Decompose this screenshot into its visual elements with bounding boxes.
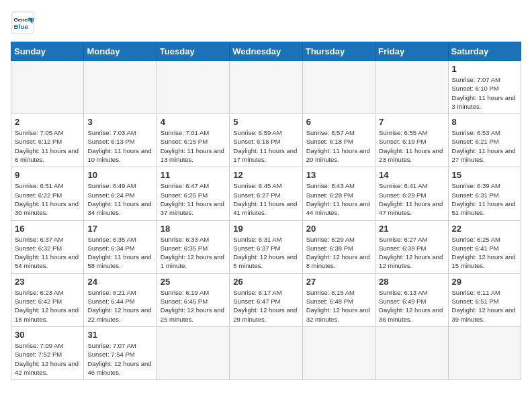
day-number: 26 <box>233 277 298 287</box>
calendar-day-4: 4Sunrise: 7:01 AM Sunset: 6:15 PM Daylig… <box>157 114 229 167</box>
day-number: 24 <box>87 277 152 287</box>
weekday-header-monday: Monday <box>84 42 157 61</box>
day-info: Sunrise: 7:09 AM Sunset: 7:52 PM Dayligh… <box>15 341 80 377</box>
day-info: Sunrise: 6:25 AM Sunset: 6:41 PM Dayligh… <box>452 235 517 271</box>
logo: General Blue <box>11 11 39 35</box>
day-info: Sunrise: 6:37 AM Sunset: 6:32 PM Dayligh… <box>15 235 80 271</box>
calendar-day-17: 17Sunrise: 6:35 AM Sunset: 6:34 PM Dayli… <box>84 220 157 273</box>
weekday-header-sunday: Sunday <box>11 42 84 61</box>
calendar-day-5: 5Sunrise: 6:59 AM Sunset: 6:16 PM Daylig… <box>230 114 302 167</box>
calendar-empty-cell <box>448 326 521 379</box>
calendar-day-22: 22Sunrise: 6:25 AM Sunset: 6:41 PM Dayli… <box>448 220 521 273</box>
day-info: Sunrise: 6:19 AM Sunset: 6:45 PM Dayligh… <box>161 288 226 324</box>
day-number: 9 <box>15 170 80 180</box>
day-number: 20 <box>306 224 371 234</box>
calendar-table: SundayMondayTuesdayWednesdayThursdayFrid… <box>11 42 521 380</box>
day-info: Sunrise: 6:47 AM Sunset: 6:25 PM Dayligh… <box>161 181 226 217</box>
day-number: 8 <box>452 117 517 127</box>
day-info: Sunrise: 7:03 AM Sunset: 6:13 PM Dayligh… <box>87 128 152 164</box>
day-number: 11 <box>161 170 226 180</box>
day-info: Sunrise: 6:33 AM Sunset: 6:35 PM Dayligh… <box>161 235 226 271</box>
day-number: 29 <box>452 277 517 287</box>
calendar-empty-cell <box>302 326 375 379</box>
calendar-day-26: 26Sunrise: 6:17 AM Sunset: 6:47 PM Dayli… <box>230 273 302 326</box>
day-info: Sunrise: 6:59 AM Sunset: 6:16 PM Dayligh… <box>233 128 298 164</box>
day-info: Sunrise: 6:31 AM Sunset: 6:37 PM Dayligh… <box>233 235 298 271</box>
calendar-day-9: 9Sunrise: 6:51 AM Sunset: 6:22 PM Daylig… <box>11 167 84 220</box>
day-info: Sunrise: 6:17 AM Sunset: 6:47 PM Dayligh… <box>233 288 298 324</box>
day-info: Sunrise: 6:57 AM Sunset: 6:18 PM Dayligh… <box>306 128 371 164</box>
day-number: 23 <box>15 277 80 287</box>
calendar-week-row: 30Sunrise: 7:09 AM Sunset: 7:52 PM Dayli… <box>11 326 521 379</box>
weekday-header-saturday: Saturday <box>448 42 521 61</box>
calendar-day-28: 28Sunrise: 6:13 AM Sunset: 6:49 PM Dayli… <box>375 273 448 326</box>
day-number: 13 <box>306 170 371 180</box>
calendar-empty-cell <box>230 326 302 379</box>
day-number: 6 <box>306 117 371 127</box>
day-info: Sunrise: 6:29 AM Sunset: 6:38 PM Dayligh… <box>306 235 371 271</box>
calendar-day-18: 18Sunrise: 6:33 AM Sunset: 6:35 PM Dayli… <box>157 220 229 273</box>
day-info: Sunrise: 6:49 AM Sunset: 6:24 PM Dayligh… <box>87 181 152 217</box>
calendar-week-row: 16Sunrise: 6:37 AM Sunset: 6:32 PM Dayli… <box>11 220 521 273</box>
day-number: 21 <box>379 224 444 234</box>
calendar-day-10: 10Sunrise: 6:49 AM Sunset: 6:24 PM Dayli… <box>84 167 157 220</box>
calendar-day-2: 2Sunrise: 7:05 AM Sunset: 6:12 PM Daylig… <box>11 114 84 167</box>
day-number: 10 <box>87 170 152 180</box>
weekday-header-tuesday: Tuesday <box>157 42 229 61</box>
day-number: 27 <box>306 277 371 287</box>
calendar-day-13: 13Sunrise: 6:43 AM Sunset: 6:28 PM Dayli… <box>302 167 375 220</box>
day-number: 22 <box>452 224 517 234</box>
calendar-empty-cell <box>11 61 84 114</box>
day-info: Sunrise: 6:53 AM Sunset: 6:21 PM Dayligh… <box>452 128 517 164</box>
calendar-week-row: 1Sunrise: 7:07 AM Sunset: 6:10 PM Daylig… <box>11 61 521 114</box>
calendar-empty-cell <box>375 326 448 379</box>
calendar-day-7: 7Sunrise: 6:55 AM Sunset: 6:19 PM Daylig… <box>375 114 448 167</box>
calendar-day-14: 14Sunrise: 6:41 AM Sunset: 6:29 PM Dayli… <box>375 167 448 220</box>
calendar-empty-cell <box>375 61 448 114</box>
svg-text:Blue: Blue <box>14 23 29 30</box>
day-info: Sunrise: 7:01 AM Sunset: 6:15 PM Dayligh… <box>161 128 226 164</box>
calendar-day-8: 8Sunrise: 6:53 AM Sunset: 6:21 PM Daylig… <box>448 114 521 167</box>
calendar-day-11: 11Sunrise: 6:47 AM Sunset: 6:25 PM Dayli… <box>157 167 229 220</box>
calendar-empty-cell <box>230 61 302 114</box>
page-header: General Blue <box>11 11 521 35</box>
calendar-day-23: 23Sunrise: 6:23 AM Sunset: 6:42 PM Dayli… <box>11 273 84 326</box>
day-info: Sunrise: 6:23 AM Sunset: 6:42 PM Dayligh… <box>15 288 80 324</box>
logo-icon: General Blue <box>11 11 35 35</box>
calendar-week-row: 9Sunrise: 6:51 AM Sunset: 6:22 PM Daylig… <box>11 167 521 220</box>
weekday-header-row: SundayMondayTuesdayWednesdayThursdayFrid… <box>11 42 521 61</box>
day-number: 16 <box>15 224 80 234</box>
calendar-day-20: 20Sunrise: 6:29 AM Sunset: 6:38 PM Dayli… <box>302 220 375 273</box>
day-info: Sunrise: 6:41 AM Sunset: 6:29 PM Dayligh… <box>379 181 444 217</box>
day-info: Sunrise: 7:07 AM Sunset: 7:54 PM Dayligh… <box>87 341 152 377</box>
day-info: Sunrise: 6:27 AM Sunset: 6:39 PM Dayligh… <box>379 235 444 271</box>
day-number: 1 <box>452 64 517 74</box>
day-number: 19 <box>233 224 298 234</box>
day-info: Sunrise: 7:05 AM Sunset: 6:12 PM Dayligh… <box>15 128 80 164</box>
day-info: Sunrise: 6:13 AM Sunset: 6:49 PM Dayligh… <box>379 288 444 324</box>
day-number: 30 <box>15 330 80 340</box>
day-info: Sunrise: 6:43 AM Sunset: 6:28 PM Dayligh… <box>306 181 371 217</box>
calendar-day-25: 25Sunrise: 6:19 AM Sunset: 6:45 PM Dayli… <box>157 273 229 326</box>
day-info: Sunrise: 6:21 AM Sunset: 6:44 PM Dayligh… <box>87 288 152 324</box>
day-number: 31 <box>87 330 152 340</box>
day-number: 14 <box>379 170 444 180</box>
calendar-day-1: 1Sunrise: 7:07 AM Sunset: 6:10 PM Daylig… <box>448 61 521 114</box>
day-info: Sunrise: 6:35 AM Sunset: 6:34 PM Dayligh… <box>87 235 152 271</box>
day-number: 2 <box>15 117 80 127</box>
calendar-day-24: 24Sunrise: 6:21 AM Sunset: 6:44 PM Dayli… <box>84 273 157 326</box>
day-info: Sunrise: 7:07 AM Sunset: 6:10 PM Dayligh… <box>452 75 517 111</box>
calendar-empty-cell <box>84 61 157 114</box>
calendar-day-3: 3Sunrise: 7:03 AM Sunset: 6:13 PM Daylig… <box>84 114 157 167</box>
day-info: Sunrise: 6:45 AM Sunset: 6:27 PM Dayligh… <box>233 181 298 217</box>
calendar-empty-cell <box>157 326 229 379</box>
calendar-day-29: 29Sunrise: 6:11 AM Sunset: 6:51 PM Dayli… <box>448 273 521 326</box>
day-number: 28 <box>379 277 444 287</box>
day-number: 12 <box>233 170 298 180</box>
day-info: Sunrise: 6:39 AM Sunset: 6:31 PM Dayligh… <box>452 181 517 217</box>
calendar-day-6: 6Sunrise: 6:57 AM Sunset: 6:18 PM Daylig… <box>302 114 375 167</box>
calendar-empty-cell <box>157 61 229 114</box>
calendar-day-16: 16Sunrise: 6:37 AM Sunset: 6:32 PM Dayli… <box>11 220 84 273</box>
calendar-day-31: 31Sunrise: 7:07 AM Sunset: 7:54 PM Dayli… <box>84 326 157 379</box>
day-number: 15 <box>452 170 517 180</box>
